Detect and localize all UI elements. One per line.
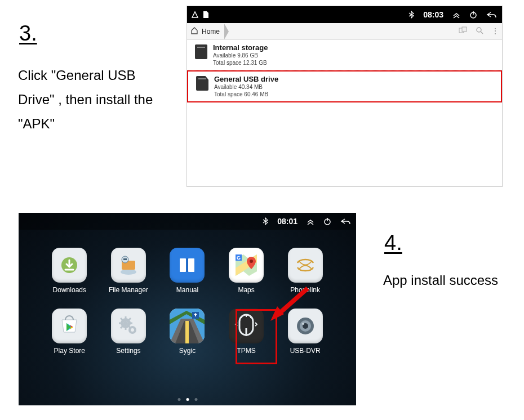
bluetooth-icon [408, 11, 414, 19]
app-file-manager[interactable]: File Manager [99, 248, 158, 294]
svg-line-6 [481, 32, 483, 34]
storage-usb-title: General USB drive [214, 75, 278, 83]
status-time: 08:03 [423, 10, 443, 19]
storage-internal-title: Internal storage [213, 43, 268, 52]
storage-internal-available: Available 9.86 GB [213, 52, 268, 59]
app-label: Downloads [53, 286, 86, 294]
page-dot [177, 398, 180, 401]
paste-icon[interactable] [459, 26, 468, 36]
sd-card-icon [203, 11, 208, 18]
launcher-screenshot: 08:01 Downloads File Manager [19, 213, 356, 405]
collapse-icon[interactable] [452, 11, 460, 19]
storage-usb-icon [196, 76, 208, 91]
phonelink-icon [288, 248, 323, 283]
page-indicator [177, 398, 197, 401]
app-settings[interactable]: Settings [99, 309, 158, 355]
status-bar: 08:01 [19, 213, 356, 230]
app-label: Sygic [179, 347, 196, 355]
page-dot-active [186, 398, 189, 401]
app-sygic[interactable]: Sygic [158, 309, 217, 355]
svg-point-21 [250, 260, 253, 263]
collapse-icon[interactable] [307, 217, 314, 225]
app-label: Maps [238, 286, 254, 294]
breadcrumb-bar: Home ⋮ [187, 23, 502, 40]
svg-marker-0 [192, 12, 198, 17]
settings-icon [111, 309, 146, 343]
svg-point-31 [131, 328, 134, 332]
breadcrumb-home[interactable]: Home [190, 26, 229, 36]
storage-usb-available: Available 40.34 MB [214, 83, 278, 91]
sygic-icon [170, 309, 205, 343]
svg-point-5 [477, 28, 481, 32]
manual-icon [170, 248, 205, 283]
search-icon[interactable] [476, 26, 483, 36]
breadcrumb-home-label: Home [202, 28, 220, 35]
svg-rect-39 [185, 321, 189, 343]
storage-list: Internal storage Available 9.86 GB Total… [187, 40, 502, 102]
storage-usb[interactable]: General USB drive Available 40.34 MB Tot… [187, 70, 502, 102]
app-label: Manual [176, 286, 198, 294]
step4-number: 4. [384, 231, 402, 255]
page-dot [194, 398, 197, 401]
storage-internal-total: Total space 12.31 GB [213, 59, 268, 66]
svg-rect-16 [180, 258, 186, 272]
step4-instruction: App install success [383, 268, 498, 292]
home-icon [190, 26, 198, 36]
svg-point-11 [121, 269, 136, 275]
svg-line-51 [278, 288, 308, 314]
red-arrow-annotation [268, 284, 313, 323]
step3-instruction: Click "General USB Drive" , then install… [18, 63, 165, 136]
app-label: Play Store [54, 347, 85, 355]
app-play-store[interactable]: Play Store [40, 309, 99, 355]
app-downloads[interactable]: Downloads [40, 248, 99, 294]
status-time: 08:01 [277, 217, 297, 226]
svg-rect-15 [123, 258, 127, 260]
svg-rect-17 [188, 258, 194, 272]
back-nav-icon[interactable] [486, 11, 498, 18]
file-manager-icon [111, 248, 146, 283]
notification-icon [192, 11, 198, 18]
bluetooth-icon [263, 217, 268, 225]
back-nav-icon[interactable] [340, 218, 352, 225]
play-store-icon [52, 309, 87, 343]
status-bar: 08:03 [187, 6, 502, 23]
svg-rect-4 [462, 27, 467, 32]
svg-text:G: G [237, 255, 241, 261]
storage-internal-icon [195, 44, 207, 59]
power-icon[interactable] [323, 217, 331, 225]
step3-number: 3. [19, 21, 37, 46]
app-label: Settings [116, 347, 140, 355]
app-maps[interactable]: G Maps [217, 248, 276, 294]
app-label: USB-DVR [290, 347, 321, 355]
overflow-menu-icon[interactable]: ⋮ [491, 26, 499, 36]
storage-usb-total: Total space 60.46 MB [214, 91, 278, 98]
downloads-icon [52, 248, 87, 283]
file-manager-screenshot: 08:03 Home ⋮ [186, 6, 503, 187]
app-manual[interactable]: Manual [158, 248, 217, 294]
app-label: File Manager [109, 286, 148, 294]
maps-icon: G [229, 248, 264, 283]
power-icon[interactable] [469, 11, 477, 19]
storage-internal[interactable]: Internal storage Available 9.86 GB Total… [187, 40, 502, 70]
